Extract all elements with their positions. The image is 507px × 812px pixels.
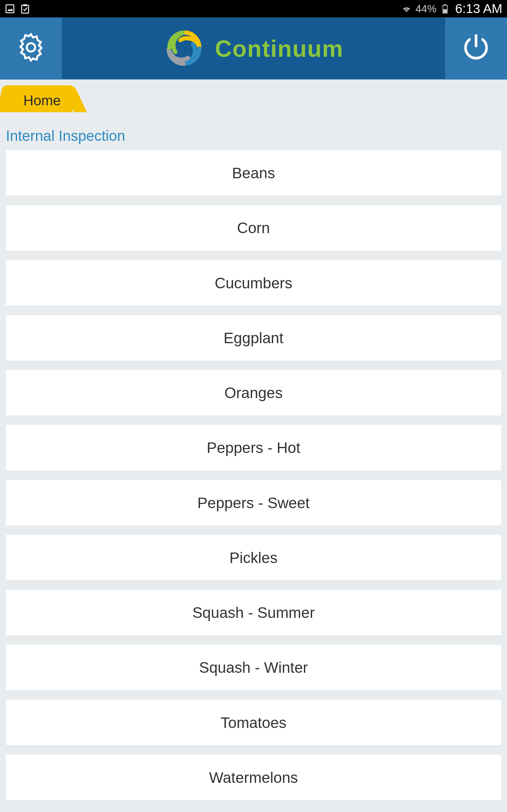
list-item[interactable]: Peppers - Sweet	[6, 480, 501, 525]
list-item-label: Corn	[237, 219, 270, 237]
list-item[interactable]: Cucumbers	[6, 260, 501, 306]
list-item-label: Eggplant	[223, 329, 283, 347]
list-item[interactable]: Beans	[6, 150, 501, 196]
list-item-label: Peppers - Sweet	[198, 494, 309, 512]
power-button[interactable]	[445, 17, 507, 79]
list-item-label: Watermelons	[209, 768, 298, 786]
svg-rect-3	[23, 4, 27, 6]
battery-percentage: 44%	[415, 3, 436, 15]
tab-label: Home	[23, 92, 61, 109]
list-item-label: Pickles	[229, 549, 278, 567]
list-item[interactable]: Oranges	[6, 370, 501, 416]
list-item[interactable]: Squash - Summer	[6, 590, 501, 636]
internal-list: BeansCornCucumbersEggplantOrangesPeppers…	[0, 150, 507, 800]
app-logo-icon	[164, 28, 206, 70]
clock-time: 6:13 AM	[455, 1, 502, 16]
list-item-label: Oranges	[224, 384, 283, 402]
settings-button[interactable]	[0, 17, 62, 79]
list-item[interactable]: Pickles	[6, 535, 501, 580]
power-icon	[460, 32, 492, 66]
list-item[interactable]: Eggplant	[6, 315, 501, 361]
tab-strip: Home	[0, 80, 507, 112]
list-item-label: Squash - Summer	[192, 604, 315, 622]
assignment-icon	[20, 3, 31, 14]
svg-rect-0	[6, 5, 14, 13]
status-bar: 44% 6:13 AM	[0, 0, 507, 17]
app-title: Continuum	[215, 36, 343, 62]
list-item[interactable]: Watermelons	[6, 755, 501, 800]
list-item[interactable]: Corn	[6, 205, 501, 251]
list-item-label: Cucumbers	[215, 274, 292, 292]
gear-icon	[15, 32, 47, 66]
list-item-label: Tomatoes	[221, 713, 286, 731]
svg-marker-1	[7, 8, 13, 11]
svg-rect-2	[21, 5, 29, 13]
battery-icon	[440, 3, 451, 14]
list-item[interactable]: Squash - Winter	[6, 645, 501, 691]
svg-rect-6	[444, 9, 447, 13]
svg-point-7	[26, 43, 35, 52]
section-title-external: External Inspection	[0, 810, 507, 812]
wifi-icon	[401, 3, 412, 14]
list-item[interactable]: Tomatoes	[6, 700, 501, 745]
list-item-label: Peppers - Hot	[207, 439, 300, 457]
section-title-internal: Internal Inspection	[0, 112, 507, 150]
list-item-label: Beans	[232, 164, 275, 182]
gallery-icon	[5, 3, 15, 14]
app-bar: Continuum	[0, 17, 507, 79]
list-item-label: Squash - Winter	[199, 658, 308, 676]
tab-home[interactable]: Home	[8, 85, 72, 112]
svg-rect-5	[444, 4, 447, 5]
list-item[interactable]: Peppers - Hot	[6, 425, 501, 471]
